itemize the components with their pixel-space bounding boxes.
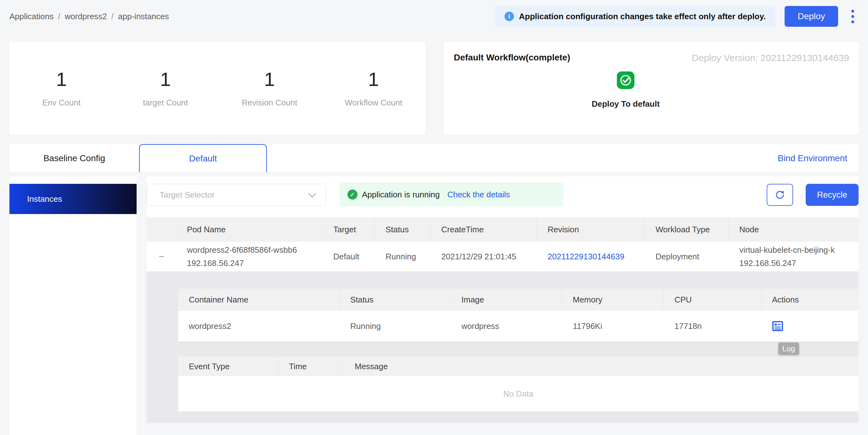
pod-name-cell: wordpress2-6f68f8586f-wsbb6 192.168.56.2… [176, 243, 322, 270]
deploy-notice-banner: i Application configuration changes take… [495, 6, 775, 27]
pod-target-cell: Default [322, 252, 375, 261]
col-time: Time [278, 356, 344, 376]
col-cpu: CPU [664, 289, 761, 311]
col-status: Status [375, 217, 431, 242]
pod-node-cell: virtual-kubelet-cn-beijing-k 192.168.56.… [728, 243, 859, 270]
breadcrumb-applications[interactable]: Applications [9, 12, 54, 22]
sidebar-item-instances[interactable]: Instances [9, 184, 136, 214]
col-pod-name: Pod Name [176, 217, 322, 242]
chevron-down-icon [308, 189, 316, 197]
col-memory: Memory [562, 289, 664, 311]
kebab-menu-icon[interactable] [849, 8, 856, 25]
pod-revision-link[interactable]: 20211229130144639 [548, 252, 624, 261]
pod-name: wordpress2-6f68f8586f-wsbb6 [187, 243, 322, 256]
log-icon [772, 320, 783, 332]
col-node: Node [728, 217, 859, 242]
event-table: Event Type Time Message No Data [178, 356, 859, 411]
workflow-success-icon [617, 71, 634, 89]
pod-status-cell: Running [375, 252, 431, 261]
pod-detail-panel: Container Name Status Image Memory CPU A… [147, 272, 859, 423]
container-image-cell: wordpress [451, 321, 562, 331]
stat-value: 1 [322, 69, 426, 89]
stat-label: target Count [114, 98, 218, 107]
stat-env-count: 1 Env Count [9, 69, 114, 135]
app-status-banner: ✓ Application is running Check the detai… [339, 183, 563, 207]
bind-environment-link[interactable]: Bind Environment [778, 153, 847, 163]
stat-workflow-count: 1 Workflow Count [322, 69, 426, 135]
workflow-card: Default Workflow(complete) Deploy Versio… [444, 42, 859, 135]
event-table-header: Event Type Time Message [178, 356, 859, 376]
top-bar: Applications / wordpress2 / app-instance… [0, 0, 868, 33]
col-createtime: CreateTime [431, 217, 537, 242]
log-action-button[interactable] [772, 320, 859, 332]
stat-value: 1 [9, 69, 114, 89]
container-name-cell: wordpress2 [178, 321, 340, 331]
environment-tabs: Baseline Config Default Bind Environment [9, 144, 859, 173]
deploy-button[interactable]: Deploy [784, 6, 838, 27]
instances-toolbar: Target Selector ✓ Application is running… [147, 176, 859, 217]
col-event-type: Event Type [178, 356, 278, 376]
pod-ip: 192.168.56.247 [187, 256, 322, 270]
pod-createtime-cell: 2021/12/29 21:01:45 [431, 252, 537, 261]
info-icon: i [504, 12, 514, 21]
container-memory-cell: 11796Ki [562, 321, 664, 331]
col-revision: Revision [537, 217, 645, 242]
stat-value: 1 [114, 69, 218, 89]
stat-label: Revision Count [217, 98, 322, 107]
sidebar: Instances [9, 176, 136, 435]
event-table-empty-state: No Data [178, 376, 859, 411]
container-table: Container Name Status Image Memory CPU A… [178, 289, 859, 342]
deploy-version: Deploy Version: 20211229130144639 [692, 53, 849, 63]
col-actions: Actions [761, 289, 859, 311]
target-selector-dropdown[interactable]: Target Selector [147, 184, 326, 206]
stat-target-count: 1 target Count [114, 69, 218, 135]
stat-revision-count: 1 Revision Count [217, 69, 322, 135]
refresh-icon [774, 189, 785, 200]
collapse-row-icon[interactable]: − [159, 252, 164, 261]
container-cpu-cell: 17718n [664, 321, 761, 331]
target-selector-placeholder: Target Selector [160, 190, 309, 200]
pod-table: Pod Name Target Status CreateTime Revisi… [147, 217, 859, 272]
pod-table-header: Pod Name Target Status CreateTime Revisi… [147, 217, 859, 242]
workflow-step-label: Deploy To default [592, 99, 660, 109]
check-details-link[interactable]: Check the details [447, 190, 510, 199]
col-image: Image [451, 289, 562, 311]
breadcrumb-app[interactable]: wordpress2 [64, 12, 107, 22]
expander-column-header [147, 217, 176, 242]
node-name: virtual-kubelet-cn-beijing-k [739, 243, 859, 256]
stats-card: 1 Env Count 1 target Count 1 Revision Co… [9, 42, 426, 135]
workflow-title: Default Workflow(complete) [454, 53, 570, 63]
instances-panel: Target Selector ✓ Application is running… [147, 176, 859, 423]
recycle-button[interactable]: Recycle [806, 184, 859, 206]
stat-label: Env Count [9, 98, 114, 107]
container-row: wordpress2 Running wordpress 11796Ki 177… [178, 311, 859, 342]
tab-baseline-config[interactable]: Baseline Config [9, 144, 139, 172]
stat-label: Workflow Count [322, 98, 426, 107]
breadcrumb-separator: / [58, 12, 60, 22]
breadcrumb: Applications / wordpress2 / app-instance… [9, 12, 169, 22]
tab-default[interactable]: Default [139, 144, 267, 172]
log-tooltip: Log [778, 342, 799, 355]
app-status-text: Application is running [362, 190, 440, 199]
pod-row: − wordpress2-6f68f8586f-wsbb6 192.168.56… [147, 242, 859, 272]
workflow-step-deploy[interactable]: Deploy To default [592, 71, 660, 109]
col-container-name: Container Name [178, 289, 340, 311]
col-target: Target [322, 217, 375, 242]
col-workload-type: Workload Type [645, 217, 728, 242]
container-status-cell: Running [340, 321, 451, 331]
refresh-button[interactable] [767, 184, 793, 206]
breadcrumb-separator: / [112, 12, 114, 22]
breadcrumb-current: app-instances [118, 12, 169, 22]
container-table-header: Container Name Status Image Memory CPU A… [178, 289, 859, 311]
pod-workload-type-cell: Deployment [645, 252, 728, 261]
check-circle-icon: ✓ [347, 189, 358, 199]
stat-value: 1 [217, 69, 322, 89]
node-ip: 192.168.56.247 [739, 256, 859, 270]
col-message: Message [344, 356, 859, 376]
col-container-status: Status [340, 289, 451, 311]
app-instances-page: Applications / wordpress2 / app-instance… [0, 0, 868, 435]
deploy-notice-text: Application configuration changes take e… [519, 12, 766, 22]
